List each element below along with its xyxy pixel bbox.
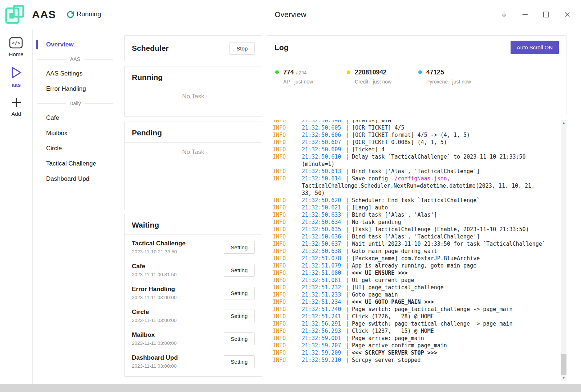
log-message: Page switch: page_tactical_challenge -> … [352, 320, 554, 327]
log-line: INFO21:32:51.241|Click (1226, 28) @ HOME [273, 313, 554, 320]
sidebar-item-label: Overview [46, 41, 74, 48]
app-window: AAS Running Overview [0, 0, 581, 392]
waiting-task-list: Tactical Challenge2023-11-10 21:33:50Set… [125, 235, 262, 376]
sidebar-item-cafe[interactable]: Cafe [33, 110, 118, 126]
stat-credit: 220810942Credit - just now [347, 69, 418, 85]
maximize-button[interactable] [541, 9, 551, 20]
update-download-button[interactable] [499, 9, 509, 20]
sidebar-item-dashboard-upd[interactable]: Dashboard Upd [33, 171, 118, 187]
log-level: INFO [273, 240, 302, 248]
sidebar-item-mailbox[interactable]: Mailbox [33, 126, 118, 141]
log-time: 21:32:59.207 [302, 342, 342, 349]
log-time: 21:32:50.634 [302, 219, 342, 226]
task-info: Mailbox2023-11-11 03:00:00 [132, 331, 176, 346]
task-next-run: 2023-11-11 03:00:00 [132, 340, 176, 346]
window-controls [499, 9, 572, 20]
log-message: Bind task ['Alas', 'TacticalChallenge'] [352, 233, 554, 240]
stat-label: Pyroxene - just now [426, 79, 471, 85]
rail-item-aas[interactable]: aas [11, 66, 22, 88]
log-time: 21:32:51.234 [302, 298, 342, 306]
log-message: TacticalChallenge.Scheduler.NextRun=date… [302, 182, 554, 189]
task-setting-button[interactable]: Setting [224, 310, 255, 322]
stat-dot-icon [418, 70, 422, 74]
sidebar-item-aas-settings[interactable]: AAS Settings [33, 66, 118, 81]
task-setting-button[interactable]: Setting [224, 287, 255, 299]
log-separator: | [342, 298, 352, 306]
sidebar-item-tactical-challenge[interactable]: Tactical Challenge [33, 156, 118, 171]
scroll-down-arrow-icon[interactable]: ▼ [561, 375, 566, 381]
log-separator: | [342, 248, 352, 255]
minimize-button[interactable] [520, 9, 530, 20]
sidebar-item-overview[interactable]: Overview [33, 37, 118, 52]
log-message: No task pending [352, 219, 554, 226]
log-scrollbar[interactable]: ▲ ▼ [561, 120, 566, 381]
stat-label: AP - just now [283, 79, 313, 85]
resource-stats: 774/ 234AP - just now220810942Credit - j… [267, 59, 566, 85]
separator-line [84, 59, 113, 60]
separator-line [85, 103, 113, 104]
log-line-continuation: (minute=1) [273, 160, 554, 168]
close-button[interactable] [562, 9, 572, 20]
log-separator: | [342, 327, 352, 335]
log-separator: | [342, 131, 352, 139]
log-level: INFO [273, 335, 302, 342]
log-separator: | [342, 320, 352, 327]
log-time: 21:32:50.614 [302, 175, 342, 182]
log-line: INFO21:32:50.606|[OCR_TICKET format] 4/5… [273, 131, 554, 139]
app-logo-icon [4, 4, 27, 25]
task-setting-button[interactable]: Setting [224, 332, 255, 345]
sidebar-group-label: AAS [70, 56, 80, 62]
log-time: 21:32:51.080 [302, 269, 342, 277]
log-level: INFO [273, 327, 302, 335]
app-name: AAS [32, 8, 56, 21]
task-setting-button[interactable]: Setting [224, 264, 255, 277]
rail-item-add[interactable]: Add [11, 97, 22, 117]
stat-value: 774/ 234 [283, 69, 313, 76]
minimize-icon [521, 11, 529, 19]
sidebar-item-circle[interactable]: Circle [33, 141, 118, 156]
log-separator: | [342, 269, 352, 277]
brand: AAS Running [4, 4, 101, 25]
log-line-continuation: TacticalChallenge.Scheduler.NextRun=date… [273, 182, 554, 189]
task-next-run: 2023-11-11 03:00:00 [132, 318, 176, 323]
stat-value: 220810942 [355, 69, 391, 76]
log-separator: | [342, 219, 352, 226]
log-message: [Ticket] 4 [352, 146, 554, 153]
log-time: 21:32:51.240 [302, 306, 342, 313]
task-setting-button[interactable]: Setting [224, 355, 255, 368]
sidebar-group-label: Daily [69, 101, 81, 106]
log-line: INFO21:32:51.080|<<< UI ENSURE >>> [273, 269, 554, 277]
rail-item-home[interactable]: </> Home [9, 37, 23, 57]
auto-scroll-toggle[interactable]: Auto Scroll ON [511, 41, 559, 54]
log-level: INFO [273, 320, 302, 327]
sidebar-item-label: AAS Settings [46, 70, 82, 77]
page-title: Overview [275, 10, 306, 19]
log-line: INFO21:32:50.620|Scheduler: End task `Ta… [273, 197, 554, 204]
log-line: INFO21:32:59.207|Page arrive confirm pag… [273, 342, 554, 349]
pending-card: Pending No Task [124, 122, 262, 209]
waiting-task-row: Dashboard Upd2023-11-11 03:00:00Setting [132, 350, 255, 373]
log-line: INFO21:32:51.078|[Package_name] com.Yost… [273, 255, 554, 262]
horizontal-scrollbar[interactable] [0, 384, 581, 392]
log-output: INFO21:32:50.598|[Status] WININFO21:32:5… [273, 120, 554, 364]
log-time: 21:32:50.633 [302, 211, 342, 219]
svg-text:</>: </> [12, 40, 21, 46]
log-line: INFO21:32:50.636|Bind task ['Alas', 'Tac… [273, 233, 554, 240]
task-next-run: 2023-11-11 03:00:00 [132, 363, 178, 369]
sidebar-item-error-handling[interactable]: Error Handling [33, 81, 118, 97]
log-separator: | [342, 204, 352, 211]
log-separator: | [342, 356, 352, 364]
scrollbar-thumb[interactable] [561, 354, 566, 375]
log-console[interactable]: INFO21:32:50.598|[Status] WININFO21:32:5… [267, 120, 566, 381]
log-message: Bind task ['Alas', 'Alas'] [352, 211, 554, 219]
stop-button[interactable]: Stop [229, 42, 255, 55]
task-setting-button[interactable]: Setting [224, 241, 255, 254]
log-separator: | [342, 335, 352, 342]
task-name: Dashboard Upd [132, 354, 178, 362]
scroll-up-arrow-icon[interactable]: ▲ [561, 120, 566, 126]
running-card: Running No Task [124, 66, 262, 117]
log-time: 21:32:50.606 [302, 131, 342, 139]
play-icon [11, 66, 22, 79]
log-line: INFO21:32:51.233|Goto page_main [273, 291, 554, 298]
content-area: </> Home aas Add OverviewAASAAS Settings… [0, 29, 581, 384]
